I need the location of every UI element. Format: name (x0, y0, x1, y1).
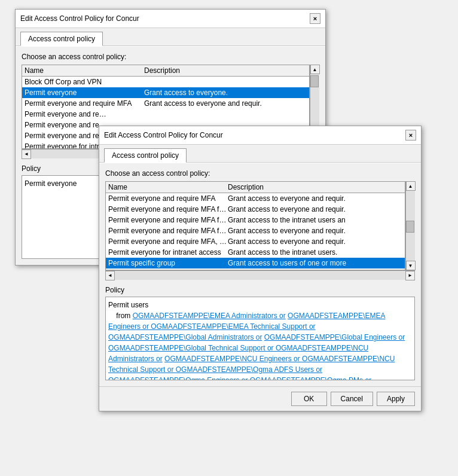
scrollbar-thumb[interactable] (310, 75, 319, 87)
dialog2-body: Choose an access control policy: Name De… (99, 163, 421, 386)
dialog2-tab-bar: Access control policy (99, 145, 421, 162)
horiz-scroll-left-arrow[interactable]: ◄ (22, 149, 31, 159)
cancel-button[interactable]: Cancel (331, 392, 373, 406)
dialog2-footer: OK Cancel Apply (99, 386, 421, 411)
apply-button[interactable]: Apply (377, 392, 415, 406)
scrollbar-up-arrow[interactable]: ▲ (406, 181, 416, 191)
dialog1-col-desc: Description (144, 66, 307, 75)
dialog1-tab-access-control[interactable]: Access control policy (20, 32, 103, 46)
horiz-scroll-left-arrow[interactable]: ◄ (105, 271, 115, 280)
dialog1-table-header: Name Description (22, 65, 309, 77)
table-row[interactable]: Permit everyone and require MFA from una… (106, 225, 405, 236)
scrollbar-up-arrow[interactable]: ▲ (310, 65, 320, 74)
dialog1-titlebar: Edit Access Control Policy for Concur × (16, 10, 325, 28)
policy-link[interactable]: OGMAADFSTEAMPPE\Ogma Engineers or OGMAAD… (108, 376, 371, 380)
dialog1-section-label: Choose an access control policy: (22, 53, 319, 61)
dialog1-col-name: Name (25, 66, 144, 75)
ok-button[interactable]: OK (291, 392, 327, 406)
policy-text-body: from OGMAADFSTEAMPPE\EMEA Administrators… (108, 310, 412, 380)
dialog1-tab-bar: Access control policy (16, 28, 325, 45)
dialog2-table: Name Description Permit everyone and req… (105, 181, 405, 270)
table-row[interactable]: Permit everyone and require MFA Grant ac… (106, 193, 405, 204)
policy-text-intro: Permit users (108, 300, 412, 310)
scrollbar-thumb[interactable] (406, 221, 414, 233)
dialog2-horiz-scrollbar[interactable]: ◄ ► (105, 270, 415, 280)
table-row[interactable]: Permit everyone and re… (22, 109, 309, 120)
dialog1-title: Edit Access Control Policy for Concur (20, 14, 139, 23)
dialog2-col-desc: Description (228, 183, 402, 191)
dialog2-scrollbar[interactable]: ▲ ▼ (405, 181, 415, 270)
dialog2-title: Edit Access Control Policy for Concur (104, 131, 223, 139)
table-row[interactable]: Permit specific group Grant access to us… (106, 258, 405, 268)
dialog2-table-area: Name Description Permit everyone and req… (105, 181, 415, 270)
dialog2-titlebar: Edit Access Control Policy for Concur × (99, 126, 421, 145)
foreground-dialog: Edit Access Control Policy for Concur × … (99, 126, 422, 411)
dialog2-policy-section: Policy Permit users from OGMAADFSTEAMPPE… (105, 286, 415, 380)
dialog1-policy-value: Permit everyone (25, 179, 77, 188)
scrollbar-down-arrow[interactable]: ▼ (406, 261, 416, 270)
table-row[interactable]: Permit everyone and require MFA Grant ac… (22, 98, 309, 109)
table-row[interactable]: Permit everyone and require MFA for spec… (106, 204, 405, 215)
dialog2-tab-access-control[interactable]: Access control policy (104, 148, 187, 163)
scrollbar-track[interactable] (406, 191, 415, 261)
dialog2-close-button[interactable]: × (405, 130, 416, 141)
policy-link[interactable]: OGMAADFSTEAMPPE\EMEA Administrators or (133, 312, 286, 320)
dialog2-table-scroll[interactable]: Permit everyone and require MFA Grant ac… (106, 193, 405, 270)
dialog1-close-button[interactable]: × (310, 13, 320, 24)
dialog2-col-name: Name (108, 183, 228, 191)
table-row[interactable]: Permit everyone and require MFA, allow a… (106, 236, 405, 247)
table-row[interactable]: Permit everyone and require MFA from ext… (106, 215, 405, 225)
table-row[interactable]: Permit everyone Grant access to everyone… (22, 87, 309, 98)
table-row[interactable]: Block Off Corp and VPN (22, 77, 309, 87)
dialog2-policy-label: Policy (105, 286, 415, 294)
dialog2-section-label: Choose an access control policy: (105, 169, 415, 178)
horiz-scroll-track[interactable] (115, 271, 405, 280)
horiz-scroll-right-arrow[interactable]: ► (405, 271, 415, 280)
dialog2-policy-box: Permit users from OGMAADFSTEAMPPE\EMEA A… (105, 297, 415, 380)
dialog2-table-header: Name Description (106, 182, 405, 193)
table-row[interactable]: Permit everyone for intranet access Gran… (106, 247, 405, 258)
